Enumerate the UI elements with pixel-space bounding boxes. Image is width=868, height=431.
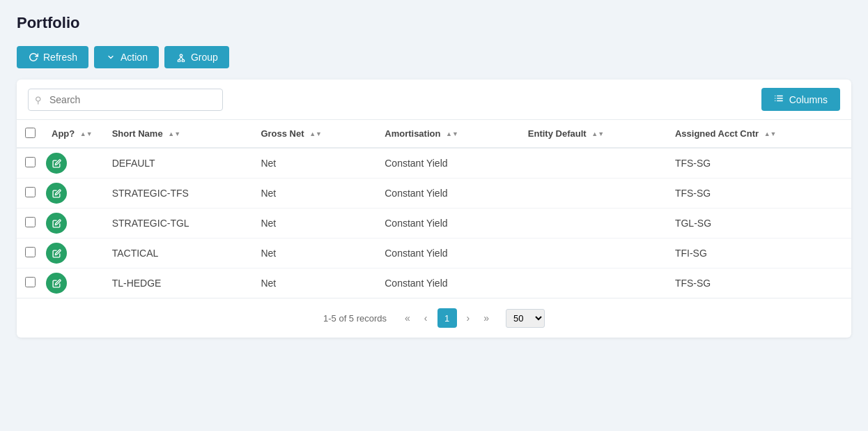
row-checkbox-cell [17,209,42,239]
search-input[interactable] [28,89,223,111]
group-icon [176,52,187,63]
edit-button-0[interactable] [46,153,67,174]
search-icon: ⚲ [35,94,42,105]
col-header-entity-default: Entity Default ▲▼ [518,120,665,148]
row-checkbox-3[interactable] [25,247,36,257]
row-amortisation-0: Constant Yield [375,148,518,179]
edit-button-1[interactable] [46,183,67,204]
row-amortisation-2: Constant Yield [375,209,518,239]
per-page-select[interactable]: 50 100 200 [506,309,545,328]
records-info: 1-5 of 5 records [323,313,387,324]
sort-icon-amortisation: ▲▼ [446,131,458,137]
group-button[interactable]: Group [164,46,229,68]
refresh-label: Refresh [43,52,77,63]
table-row: STRATEGIC-TFS Net Constant Yield TFS-SG [17,179,851,209]
row-assigned-acct-cntr-0: TFS-SG [665,148,851,179]
row-checkbox-2[interactable] [25,217,36,227]
table-row: TL-HEDGE Net Constant Yield TFS-SG [17,269,851,298]
table-row: DEFAULT Net Constant Yield TFS-SG [17,148,851,179]
row-entity-default-2 [518,209,665,239]
row-short-name-2: STRATEGIC-TGL [102,209,251,239]
row-entity-default-3 [518,239,665,269]
row-gross-net-4: Net [251,269,375,298]
row-short-name-1: STRATEGIC-TFS [102,179,251,209]
action-label: Action [121,52,148,63]
row-gross-net-0: Net [251,148,375,179]
edit-button-4[interactable] [46,273,67,294]
sort-icon-gross-net: ▲▼ [309,131,322,137]
col-header-assigned-acct-cntr: Assigned Acct Cntr ▲▼ [665,120,851,148]
data-table: App? ▲▼ Short Name ▲▼ Gross Net ▲▼ Amort… [17,120,851,298]
row-short-name-4: TL-HEDGE [102,269,251,298]
columns-button[interactable]: Columns [761,88,840,111]
page-1-button[interactable]: 1 [437,308,457,328]
row-checkbox-cell [17,179,42,209]
row-gross-net-3: Net [251,239,375,269]
row-short-name-3: TACTICAL [102,239,251,269]
row-checkbox-cell [17,148,42,179]
card-toolbar: ⚲ Columns [17,80,851,120]
first-page-button[interactable]: « [401,310,414,326]
search-wrap: ⚲ [28,89,223,111]
pagination: 1-5 of 5 records « ‹ 1 › » 50 100 200 [17,298,851,338]
edit-button-2[interactable] [46,213,67,234]
refresh-button[interactable]: Refresh [17,46,88,68]
next-page-button[interactable]: › [463,310,474,326]
main-card: ⚲ Columns [17,80,851,338]
row-assigned-acct-cntr-2: TGL-SG [665,209,851,239]
columns-icon [774,93,784,105]
prev-page-button[interactable]: ‹ [420,310,432,326]
row-gross-net-1: Net [251,179,375,209]
col-header-gross-net: Gross Net ▲▼ [251,120,375,148]
row-checkbox-1[interactable] [25,187,36,197]
col-header-amortisation: Amortisation ▲▼ [375,120,518,148]
svg-line-3 [179,56,181,59]
row-checkbox-cell [17,239,42,269]
select-all-header [17,120,42,148]
row-assigned-acct-cntr-3: TFI-SG [665,239,851,269]
row-short-name-0: DEFAULT [102,148,251,179]
last-page-button[interactable]: » [479,310,493,326]
row-entity-default-0 [518,148,665,179]
sort-icon-short-name: ▲▼ [168,131,180,137]
row-entity-default-1 [518,179,665,209]
edit-button-3[interactable] [46,243,67,264]
action-button[interactable]: Action [94,46,159,68]
svg-line-4 [181,56,183,59]
sort-icon-assigned-acct-cntr: ▲▼ [764,131,777,137]
row-amortisation-3: Constant Yield [375,239,518,269]
row-entity-default-4 [518,269,665,298]
col-header-app: App? ▲▼ [42,120,102,148]
row-gross-net-2: Net [251,209,375,239]
row-edit-cell-4 [42,269,102,298]
group-label: Group [191,52,218,63]
refresh-icon [28,52,39,63]
row-edit-cell-3 [42,239,102,269]
sort-icon-app: ▲▼ [80,131,93,137]
main-toolbar: Refresh Action Group [17,46,851,68]
page-title: Portfolio [17,14,851,32]
row-checkbox-cell [17,269,42,298]
sort-icon-entity-default: ▲▼ [591,131,604,137]
row-assigned-acct-cntr-4: TFS-SG [665,269,851,298]
chevron-down-icon [105,52,116,63]
select-all-checkbox[interactable] [25,128,36,138]
col-header-short-name: Short Name ▲▼ [102,120,251,148]
table-row: TACTICAL Net Constant Yield TFI-SG [17,239,851,269]
row-amortisation-4: Constant Yield [375,269,518,298]
row-edit-cell-0 [42,148,102,179]
row-checkbox-4[interactable] [25,277,36,287]
row-edit-cell-1 [42,179,102,209]
table-row: STRATEGIC-TGL Net Constant Yield TGL-SG [17,209,851,239]
row-assigned-acct-cntr-1: TFS-SG [665,179,851,209]
row-amortisation-1: Constant Yield [375,179,518,209]
columns-label: Columns [789,94,828,105]
row-edit-cell-2 [42,209,102,239]
row-checkbox-0[interactable] [25,157,36,167]
